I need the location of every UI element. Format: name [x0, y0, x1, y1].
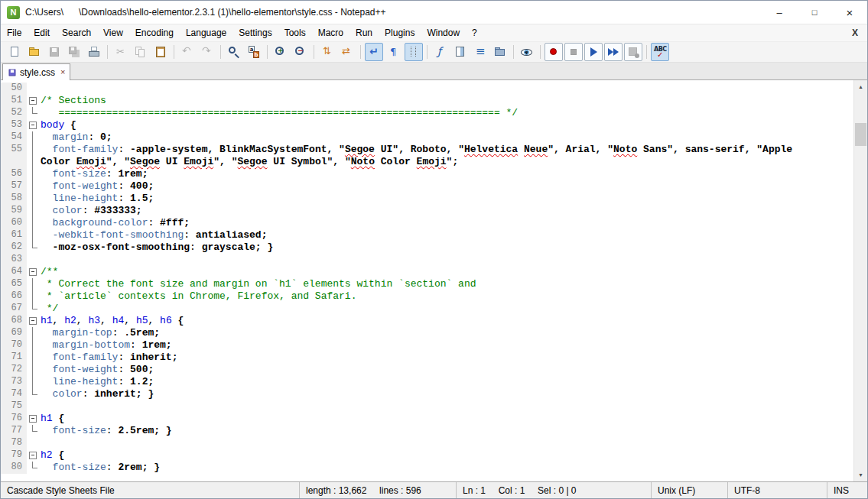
- code-text[interactable]: [39, 437, 41, 449]
- sync-vertical-scroll-icon: [320, 45, 334, 59]
- open-file-button[interactable]: [25, 43, 44, 61]
- undo-button[interactable]: [178, 43, 197, 61]
- find-button[interactable]: [225, 43, 243, 61]
- copy-button[interactable]: [132, 43, 150, 61]
- new-file-button[interactable]: [5, 43, 24, 61]
- monitoring-button[interactable]: [518, 43, 536, 61]
- menu-item-macro[interactable]: Macro: [312, 24, 349, 41]
- fold-toggle-icon[interactable]: [27, 119, 39, 131]
- menu-item-run[interactable]: Run: [349, 24, 379, 41]
- sync-horizontal-scroll-button[interactable]: [338, 43, 356, 61]
- show-all-characters-button[interactable]: [385, 43, 403, 61]
- tab-style-css[interactable]: style.css ×: [2, 63, 70, 80]
- status-insert-mode[interactable]: INS: [827, 482, 867, 498]
- code-text[interactable]: Color Emoji", "Segoe UI Emoji", "Segoe U…: [39, 156, 458, 168]
- fold-toggle-icon[interactable]: [27, 266, 39, 278]
- function-list-button[interactable]: [431, 43, 450, 61]
- scroll-up-icon[interactable]: ▲: [854, 80, 867, 93]
- status-bar: Cascade Style Sheets File length : 13,66…: [1, 481, 867, 498]
- spell-check-button[interactable]: [651, 43, 669, 61]
- menu-item-plugins[interactable]: Plugins: [379, 24, 421, 41]
- fold-toggle-icon[interactable]: [27, 449, 39, 462]
- code-text[interactable]: * Correct the font size and margin on `h…: [39, 278, 476, 290]
- menubar-close-icon[interactable]: X: [843, 28, 867, 38]
- menu-item-tools[interactable]: Tools: [278, 24, 312, 41]
- code-area[interactable]: 5051/* Sections52 ======================…: [1, 80, 854, 481]
- code-text[interactable]: ========================================…: [39, 107, 518, 119]
- code-text[interactable]: -moz-osx-font-smoothing: grayscale; }: [39, 241, 273, 254]
- menu-item-search[interactable]: Search: [56, 24, 97, 41]
- save-button[interactable]: [45, 43, 63, 61]
- code-text[interactable]: font-family: inherit;: [39, 352, 177, 364]
- code-text[interactable]: */: [39, 303, 58, 315]
- fold-toggle-icon[interactable]: [27, 413, 39, 425]
- macro-stop-button[interactable]: [564, 43, 583, 61]
- code-text[interactable]: background-color: #fff;: [39, 217, 190, 229]
- code-text[interactable]: margin-top: .5rem;: [39, 327, 160, 339]
- code-text[interactable]: h1, h2, h3, h4, h5, h6 {: [39, 315, 184, 327]
- menu-item-help[interactable]: ?: [466, 24, 483, 41]
- code-text[interactable]: line-height: 1.5;: [39, 193, 154, 205]
- code-text[interactable]: [39, 400, 41, 413]
- code-text[interactable]: color: inherit; }: [39, 388, 154, 400]
- replace-button[interactable]: [245, 43, 263, 61]
- editor[interactable]: 5051/* Sections52 ======================…: [1, 80, 867, 481]
- vertical-scrollbar[interactable]: ▲ ▼: [853, 80, 867, 481]
- indent-guide-button[interactable]: [405, 43, 423, 61]
- scroll-down-icon[interactable]: ▼: [854, 468, 867, 481]
- menu-item-edit[interactable]: Edit: [28, 24, 56, 41]
- sync-vertical-scroll-button[interactable]: [318, 43, 336, 61]
- code-text[interactable]: h2 {: [39, 449, 64, 462]
- code-text[interactable]: font-family: -apple-system, BlinkMacSyst…: [39, 144, 792, 156]
- code-text[interactable]: [39, 83, 41, 95]
- fold-toggle-icon[interactable]: [27, 315, 39, 327]
- fold-toggle-icon[interactable]: [27, 95, 39, 107]
- document-map-button[interactable]: [451, 43, 470, 61]
- print-button[interactable]: [85, 43, 103, 61]
- open-file-icon: [28, 45, 41, 59]
- code-text[interactable]: * `article` contexts in Chrome, Firefox,…: [39, 290, 356, 303]
- minimize-button[interactable]: –: [762, 1, 797, 24]
- macro-record-button[interactable]: [545, 43, 563, 61]
- menu-item-view[interactable]: View: [97, 24, 129, 41]
- close-button[interactable]: ×: [832, 1, 867, 24]
- macro-record-icon: [547, 45, 561, 59]
- code-text[interactable]: body {: [39, 119, 76, 131]
- code-text[interactable]: [39, 254, 41, 266]
- macro-save-button[interactable]: [624, 43, 642, 61]
- save-all-button[interactable]: [65, 43, 83, 61]
- cut-button[interactable]: [112, 43, 130, 61]
- function-list-icon: [434, 45, 447, 59]
- menu-item-language[interactable]: Language: [180, 24, 232, 41]
- code-text[interactable]: h1 {: [39, 413, 64, 425]
- tab-close-icon[interactable]: ×: [60, 68, 65, 76]
- macro-playback-button[interactable]: [584, 43, 603, 61]
- macro-run-multiple-button[interactable]: [604, 43, 623, 61]
- zoom-out-button[interactable]: [291, 43, 310, 61]
- code-text[interactable]: line-height: 1.2;: [39, 376, 154, 388]
- code-text[interactable]: color: #333333;: [39, 205, 142, 217]
- menu-item-settings[interactable]: Settings: [232, 24, 278, 41]
- code-text[interactable]: margin: 0;: [39, 131, 112, 144]
- scrollbar-thumb[interactable]: [855, 123, 866, 146]
- redo-button[interactable]: [198, 43, 216, 61]
- menu-item-file[interactable]: File: [1, 24, 28, 41]
- document-list-button[interactable]: [471, 43, 489, 61]
- zoom-in-button[interactable]: [271, 43, 290, 61]
- code-text[interactable]: font-weight: 400;: [39, 180, 154, 193]
- code-text[interactable]: margin-bottom: 1rem;: [39, 339, 172, 352]
- paste-button[interactable]: [151, 43, 170, 61]
- code-text[interactable]: -webkit-font-smoothing: antialiased;: [39, 229, 267, 241]
- menu-item-window[interactable]: Window: [421, 24, 466, 41]
- code-text[interactable]: /**: [39, 266, 58, 278]
- code-text[interactable]: font-weight: 500;: [39, 364, 154, 376]
- folder-as-workspace-button[interactable]: [491, 43, 509, 61]
- maximize-button[interactable]: □: [797, 1, 832, 24]
- menu-item-encoding[interactable]: Encoding: [129, 24, 180, 41]
- code-text[interactable]: font-size: 1rem;: [39, 168, 148, 180]
- code-text[interactable]: font-size: 2.5rem; }: [39, 425, 172, 437]
- code-text[interactable]: /* Sections: [39, 95, 106, 107]
- line-number: 50: [1, 83, 27, 95]
- word-wrap-button[interactable]: [365, 43, 383, 61]
- code-text[interactable]: font-size: 2rem; }: [39, 462, 160, 474]
